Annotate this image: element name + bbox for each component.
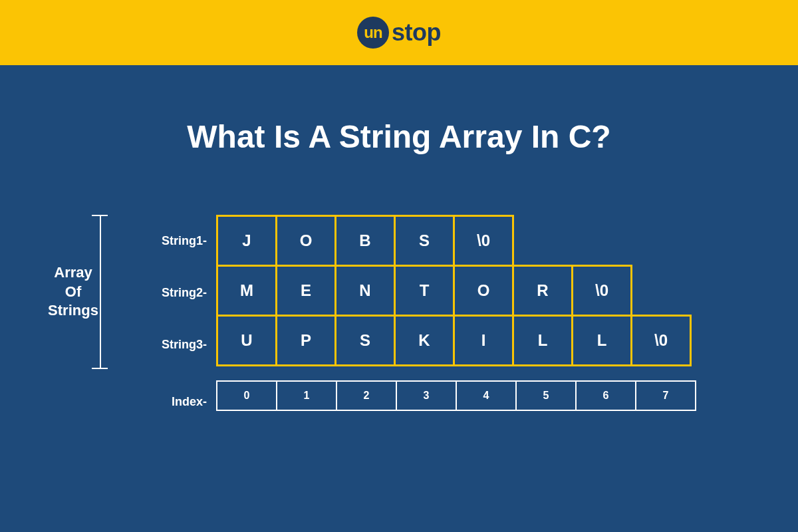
row-label-1: String1- xyxy=(136,215,216,267)
string-row-3: UPSKILL\0 xyxy=(216,315,695,364)
string-array-diagram: ArrayOfStrings String1- String2- String3… xyxy=(0,215,798,417)
array-cell: U xyxy=(216,315,277,366)
row-label-2: String2- xyxy=(136,267,216,319)
array-cell: M xyxy=(216,265,277,317)
array-cell: J xyxy=(216,215,277,267)
index-cell: 3 xyxy=(396,380,457,411)
array-cell: B xyxy=(334,215,396,267)
index-cell: 1 xyxy=(276,380,337,411)
bracket-label: ArrayOfStrings xyxy=(43,263,103,321)
array-cell: N xyxy=(334,265,396,317)
page-title: What Is A String Array In C? xyxy=(0,118,798,155)
string-row-1: JOBS\0 xyxy=(216,215,695,265)
bracket-column: ArrayOfStrings xyxy=(50,215,136,369)
header-banner: un stop xyxy=(0,0,798,65)
row-label-3: String3- xyxy=(136,319,216,370)
logo: un stop xyxy=(357,17,441,49)
index-row: 01234567 xyxy=(216,380,695,411)
index-cell: 4 xyxy=(456,380,517,411)
array-cell: S xyxy=(394,215,455,267)
index-cell: 6 xyxy=(575,380,636,411)
index-cell: 2 xyxy=(336,380,397,411)
array-cell: \0 xyxy=(571,265,632,317)
array-cell: \0 xyxy=(453,215,514,267)
array-cell: S xyxy=(334,315,396,366)
array-cell: K xyxy=(394,315,455,366)
array-cell: P xyxy=(275,315,336,366)
row-labels-column: String1- String2- String3- Index- xyxy=(136,215,216,417)
index-cell: 7 xyxy=(635,380,696,411)
array-cell: L xyxy=(571,315,632,366)
array-cell: E xyxy=(275,265,336,317)
grid-column: JOBS\0 MENTOR\0 UPSKILL\0 01234567 xyxy=(216,215,695,417)
index-cell: 0 xyxy=(216,380,277,411)
logo-text: stop xyxy=(392,19,441,47)
logo-circle: un xyxy=(357,17,389,49)
bracket-bottom-cap xyxy=(92,368,108,369)
string-row-2: MENTOR\0 xyxy=(216,265,695,315)
index-cell: 5 xyxy=(515,380,577,411)
array-cell: \0 xyxy=(630,315,692,366)
array-cell: T xyxy=(394,265,455,317)
array-cell: I xyxy=(453,315,514,366)
index-label: Index- xyxy=(136,386,216,417)
array-cell: O xyxy=(453,265,514,317)
array-cell: O xyxy=(275,215,336,267)
array-cell: R xyxy=(512,265,573,317)
array-cell: L xyxy=(512,315,573,366)
